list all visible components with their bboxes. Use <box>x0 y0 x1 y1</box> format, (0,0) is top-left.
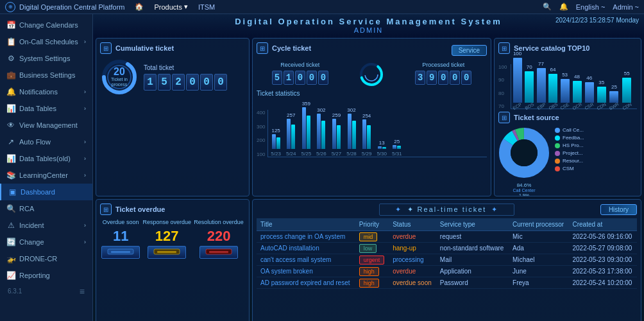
platform-svg <box>105 248 137 257</box>
service-type: Password <box>436 277 509 289</box>
legend-call-center: Call Ce... <box>555 127 637 133</box>
platform-visual <box>101 246 140 259</box>
platform-visual <box>199 246 238 259</box>
sidebar-item-notifications[interactable]: 🔔 Notifications › <box>0 83 92 100</box>
svg-rect-15 <box>157 251 176 253</box>
source-card-header: ⊞ Ticket source <box>498 112 637 123</box>
dashboard-subtitle: ADMIN <box>93 26 644 34</box>
bar-group: 359 5/25 <box>301 101 312 157</box>
sidebar: 📅 Change Calendars 📋 On-Call Schedules ›… <box>0 14 93 321</box>
processor: Mic <box>509 231 568 243</box>
priority-badge: mid <box>359 232 378 241</box>
bar-group: 259 5/27 <box>332 112 342 157</box>
sidebar-item-learning-center[interactable]: 📚 LearningCenter › <box>0 167 92 184</box>
sidebar-label: System Settings <box>19 55 86 62</box>
admin-menu[interactable]: Admin ~ <box>613 3 639 11</box>
processed-section: Processed ticket 3 9 0 0 0 <box>415 62 471 87</box>
logo-area: ⊕ Digital Operation Central Platform <box>5 2 124 12</box>
table-row: AD password expired and reset high overd… <box>257 277 637 289</box>
overdue-cols: Overdue soon 11 Response overdue 127 <box>100 219 245 259</box>
overdue-icon: ⊞ <box>100 204 112 215</box>
overdue-soon-value: 11 <box>101 229 140 243</box>
sidebar-item-change-calendars[interactable]: 📅 Change Calendars <box>0 17 92 33</box>
incident-icon: ⚠ <box>6 221 15 230</box>
overdue-soon-label: Overdue soon <box>101 219 140 225</box>
sidebar-item-rca[interactable]: 🔍 RCA <box>0 200 92 217</box>
priority-badge: urgent <box>359 256 385 265</box>
sidebar-item-incident[interactable]: ⚠ Incident › <box>0 217 92 234</box>
source-icon: ⊞ <box>498 112 510 123</box>
d3: 0 <box>295 71 305 85</box>
sidebar-toggle[interactable]: ≡ <box>80 286 85 297</box>
row-title-link[interactable]: can't access mail system <box>260 256 331 263</box>
sidebar-item-view-management[interactable]: 👁 View Management <box>0 117 92 134</box>
legend-hs-proc: HS Pro... <box>555 143 637 148</box>
sidebar-item-system-settings[interactable]: ⚙ System Settings <box>0 50 92 67</box>
sidebar-label: Data Tables(old) <box>19 155 80 162</box>
table-head: Title Priority Status Service type Curre… <box>257 218 637 231</box>
history-button[interactable]: History <box>600 204 637 215</box>
row-title-link[interactable]: AD password expired and reset <box>260 279 350 286</box>
dashboard-content: Digital Operation Service Management Sys… <box>93 14 644 321</box>
created-at: 2022-05-27 09:08:00 <box>569 243 638 254</box>
created-at: 2022-05-23 17:38:00 <box>569 266 638 277</box>
cycle-separator <box>359 62 384 87</box>
sidebar-item-on-call-schedules[interactable]: 📋 On-Call Schedules › <box>0 33 92 50</box>
svg-rect-13 <box>111 251 130 253</box>
service-button[interactable]: Service <box>452 45 487 56</box>
processor: Michael <box>509 254 568 266</box>
sidebar-label: View Management <box>19 121 86 129</box>
sidebar-item-data-tables-old[interactable]: 📊 Data Tables(old) › <box>0 150 92 167</box>
nav-home[interactable]: 🏠 <box>135 3 144 11</box>
realtime-ticket-card: ✦ Real-time ticket History Title Priorit… <box>252 199 641 321</box>
legend-project: Project... <box>555 150 637 156</box>
resolution-overdue-value: 220 <box>194 229 244 243</box>
legend-resource: Resour... <box>555 158 637 164</box>
col-processor: Current processor <box>509 218 568 231</box>
catalog-bar-bos: 70 BOS <box>525 64 534 108</box>
catalog-bar-ocr: 48 OCR <box>572 74 582 108</box>
p3: 0 <box>438 71 448 85</box>
version-label: 6.3.1 <box>5 285 24 297</box>
sidebar-item-drone-cr[interactable]: 🚁 DRONE-CR <box>0 250 92 267</box>
status-badge: hang-up <box>393 245 416 252</box>
main-layout: 📅 Change Calendars 📋 On-Call Schedules ›… <box>0 14 644 321</box>
language-selector[interactable]: English ~ <box>576 3 606 11</box>
row-title-link[interactable]: OA system broken <box>260 268 313 275</box>
sidebar-item-ireporting[interactable]: 📈 Reporting <box>0 267 92 284</box>
resolution-overdue-label: Resolution overdue <box>194 219 244 225</box>
nav-products[interactable]: Products ▾ <box>154 3 187 11</box>
legend-feedback: Feedba... <box>555 135 637 141</box>
search-icon[interactable]: 🔍 <box>543 3 552 11</box>
catalog-bar-cse: 53 CSE <box>560 72 569 108</box>
row-title-link[interactable]: AutoCAD installation <box>260 245 319 252</box>
catalog-bar-csr: 46 CSR <box>584 75 594 108</box>
ticket-overdue-card: ⊞ Ticket overdue Overdue soon 11 <box>96 199 250 321</box>
row-title-link[interactable]: process change in OA system <box>260 233 345 240</box>
catalog-icon: ⊞ <box>498 42 510 54</box>
resolution-overdue-col: Resolution overdue 220 <box>194 219 244 259</box>
sidebar-item-auto-flow[interactable]: ↗ Auto Flow › <box>0 134 92 150</box>
status-badge: overdue soon <box>393 279 432 286</box>
digit-4: 0 <box>186 74 199 91</box>
sidebar-item-data-tables[interactable]: 📊 Data Tables › <box>0 100 92 117</box>
catalog-bar-ecp: 100 ECP <box>513 51 521 108</box>
rt-title: ✦ Real-time ticket <box>379 204 515 216</box>
chevron-icon: › <box>84 155 86 162</box>
card-header: ⊞ Cumulative ticket <box>100 42 245 54</box>
nav-itsm[interactable]: ITSM <box>198 3 215 11</box>
sidebar-item-change[interactable]: 🔄 Change › <box>0 234 92 250</box>
sidebar-label: Reporting <box>19 272 86 279</box>
sidebar-item-dashboard[interactable]: ▣ Dashboard <box>0 184 92 200</box>
bell-icon[interactable]: 🔔 <box>559 3 568 11</box>
rca-icon: 🔍 <box>6 204 15 213</box>
header-row: Title Priority Status Service type Curre… <box>257 218 637 231</box>
ticket-stats-chart: Ticket statistics 400 300 200 100 <box>257 87 487 160</box>
reporting-icon: 📈 <box>6 271 15 280</box>
sidebar-label: RCA <box>19 205 86 213</box>
platform-svg <box>203 248 235 257</box>
d5: 0 <box>318 71 328 85</box>
sidebar-item-business-settings[interactable]: 💼 Business Settings <box>0 67 92 83</box>
service-type: request <box>436 231 509 243</box>
ring-number: 20 <box>111 67 128 77</box>
